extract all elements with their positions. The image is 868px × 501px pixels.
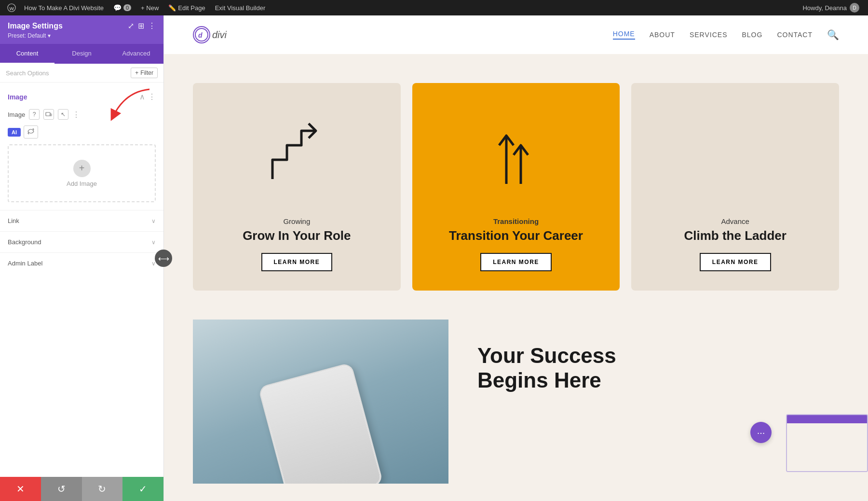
bottom-section: Your SuccessBegins Here <box>193 320 839 484</box>
nav-blog[interactable]: BLOG <box>742 31 762 39</box>
tab-content[interactable]: Content <box>0 44 54 64</box>
card-growing-title: Grow In Your Role <box>243 228 351 243</box>
phone-screen <box>259 364 381 484</box>
panel-tabs: Content Design Advanced <box>0 44 163 64</box>
background-chevron-icon: ∨ <box>151 239 156 246</box>
header-icons-group: ⤢ ⊞ ⋮ <box>128 21 156 30</box>
card-transitioning-btn[interactable]: LEARN MORE <box>480 253 552 271</box>
link-accordion: Link ∨ <box>0 210 163 231</box>
cards-row: Growing Grow In Your Role LEARN MORE <box>193 83 839 291</box>
background-accordion-header[interactable]: Background ∨ <box>0 232 163 252</box>
layout-icon[interactable]: ⊞ <box>138 21 144 30</box>
fullscreen-icon[interactable]: ⤢ <box>128 21 134 30</box>
card-transitioning-subtitle: Transitioning <box>493 217 539 225</box>
main-layout: Image Settings ⤢ ⊞ ⋮ Preset: Default ▾ C… <box>0 15 868 501</box>
admin-label-accordion: Admin Label ∨ <box>0 252 163 274</box>
background-accordion: Background ∨ <box>0 231 163 252</box>
chat-button[interactable]: ··· <box>750 422 772 443</box>
image-help-icon[interactable]: ? <box>29 109 40 120</box>
card-transitioning: Transitioning Transition Your Career LEA… <box>412 83 620 291</box>
logo-text: divi <box>212 29 227 41</box>
card-growing-icon <box>258 102 335 208</box>
bottom-image-placeholder <box>193 320 448 484</box>
ai-button[interactable]: AI <box>8 128 21 137</box>
redo-button[interactable]: ↻ <box>82 477 123 501</box>
card-advance: Advance Climb the Ladder LEARN MORE <box>631 83 839 291</box>
preset-arrow-icon: ▾ <box>48 32 51 39</box>
tab-advanced[interactable]: Advanced <box>109 44 163 64</box>
admin-label-accordion-title: Admin Label <box>8 260 42 267</box>
wp-logo-icon[interactable]: W <box>4 0 19 15</box>
site-name-bar-item[interactable]: How To Make A Divi Website <box>19 0 108 15</box>
image-pointer-icon[interactable]: ↖ <box>58 109 68 120</box>
admin-bar: W How To Make A Divi Website 💬 0 + New ✏… <box>0 0 868 15</box>
upload-label: Add Image <box>67 180 97 187</box>
background-accordion-title: Background <box>8 238 41 246</box>
card-advance-title: Climb the Ladder <box>684 228 787 243</box>
ai-buttons-row: AI <box>0 124 163 142</box>
tab-design[interactable]: Design <box>54 44 109 64</box>
site-logo: d divi <box>193 26 227 43</box>
filter-button[interactable]: + Filter <box>131 68 158 78</box>
image-field-row: Image ? ↖ ⋮ <box>0 107 163 124</box>
logo-icon: d <box>193 26 210 43</box>
svg-rect-3 <box>50 114 52 116</box>
image-responsive-icon[interactable] <box>43 109 54 120</box>
nav-search-icon[interactable]: 🔍 <box>827 29 839 41</box>
card-growing-btn[interactable]: LEARN MORE <box>261 253 333 271</box>
cancel-button[interactable]: ✕ <box>0 477 41 501</box>
section-more-icon[interactable]: ⋮ <box>148 92 156 101</box>
search-bar: + Filter <box>0 64 163 83</box>
howdy-section: Howdy, Deanna D <box>798 3 864 13</box>
image-section-title: Image <box>8 93 27 101</box>
preset-label: Preset: Default <box>8 32 46 39</box>
svg-rect-2 <box>46 112 50 116</box>
upload-plus-icon: + <box>73 160 91 177</box>
undo-button[interactable]: ↺ <box>41 477 82 501</box>
nav-services[interactable]: SERVICES <box>690 31 728 39</box>
collapse-section-icon[interactable]: ∧ <box>139 92 145 101</box>
save-button[interactable]: ✓ <box>122 477 163 501</box>
image-field-label: Image <box>8 111 25 118</box>
svg-text:d: d <box>198 31 203 39</box>
card-growing: Growing Grow In Your Role LEARN MORE <box>193 83 401 291</box>
panel-header: Image Settings ⤢ ⊞ ⋮ Preset: Default ▾ <box>0 15 163 44</box>
link-accordion-title: Link <box>8 217 19 224</box>
bottom-text-area: Your SuccessBegins Here <box>448 320 839 484</box>
more-options-icon[interactable]: ⋮ <box>148 21 156 30</box>
left-panel: Image Settings ⤢ ⊞ ⋮ Preset: Default ▾ C… <box>0 15 164 501</box>
filter-plus-icon: + <box>135 70 138 76</box>
card-advance-icon <box>697 102 774 208</box>
search-input[interactable] <box>6 70 128 77</box>
mini-preview <box>786 414 868 472</box>
image-field-more-icon[interactable]: ⋮ <box>72 110 80 119</box>
link-accordion-header[interactable]: Link ∨ <box>0 210 163 231</box>
transform-button[interactable] <box>24 125 38 139</box>
image-section-header: Image ∧ ⋮ <box>0 88 163 105</box>
svg-text:W: W <box>10 6 14 11</box>
edit-page-bar-item[interactable]: ✏️ Edit Page <box>163 0 210 15</box>
bottom-heading: Your SuccessBegins Here <box>477 344 810 392</box>
mini-preview-content <box>787 415 867 471</box>
right-content: d divi HOME ABOUT SERVICES BLOG CONTACT … <box>164 15 868 501</box>
new-bar-item[interactable]: + New <box>136 0 163 15</box>
card-transitioning-title: Transition Your Career <box>449 228 583 243</box>
panel-drag-handle[interactable]: ⟷ <box>155 250 172 267</box>
phone-illustration <box>258 362 383 484</box>
nav-about[interactable]: ABOUT <box>650 31 675 39</box>
comments-bar-item[interactable]: 💬 0 <box>108 0 136 15</box>
card-advance-btn[interactable]: LEARN MORE <box>700 253 771 271</box>
exit-visual-builder-bar-item[interactable]: Exit Visual Builder <box>210 0 271 15</box>
header-title-row: Image Settings ⤢ ⊞ ⋮ <box>8 21 156 30</box>
site-nav: d divi HOME ABOUT SERVICES BLOG CONTACT … <box>164 15 868 54</box>
image-upload-area[interactable]: + Add Image <box>8 144 156 202</box>
card-advance-subtitle: Advance <box>721 217 749 225</box>
nav-home[interactable]: HOME <box>613 30 635 40</box>
preset-row[interactable]: Preset: Default ▾ <box>8 32 156 39</box>
card-growing-subtitle: Growing <box>283 217 310 225</box>
panel-content: Image ∧ ⋮ Image ? ↖ ⋮ <box>0 83 163 478</box>
bottom-image-area <box>193 320 448 484</box>
image-section-controls: ∧ ⋮ <box>139 92 156 101</box>
admin-label-accordion-header[interactable]: Admin Label ∨ <box>0 253 163 274</box>
nav-contact[interactable]: CONTACT <box>777 31 813 39</box>
